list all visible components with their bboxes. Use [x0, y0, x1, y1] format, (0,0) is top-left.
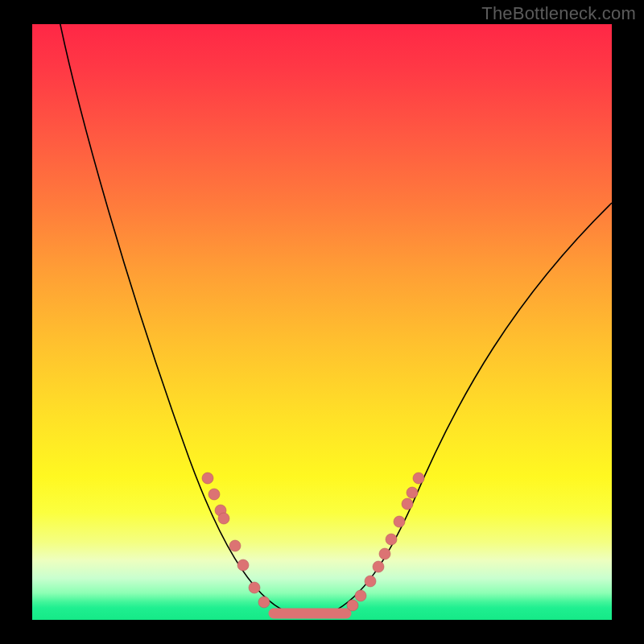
sample-dot — [229, 540, 241, 551]
sample-dot — [407, 487, 418, 498]
chart-frame: TheBottleneck.com — [0, 0, 644, 644]
sample-dot — [394, 516, 405, 527]
sample-dot — [413, 473, 424, 484]
sample-dot — [249, 582, 260, 593]
sample-dot — [237, 559, 249, 571]
sample-dot — [208, 489, 220, 500]
sample-dot — [258, 597, 270, 608]
dots-right-group — [347, 473, 424, 611]
sample-dot — [373, 561, 384, 572]
sample-dot — [218, 513, 229, 524]
sample-dot — [202, 473, 213, 484]
sample-dot — [402, 498, 413, 510]
curve-left-leg — [60, 24, 288, 613]
sample-dot — [347, 600, 358, 611]
sample-dot — [355, 590, 366, 601]
sample-dot — [386, 534, 397, 545]
sample-dot — [365, 576, 376, 587]
plot-area — [32, 24, 612, 620]
chart-svg — [32, 24, 612, 620]
sample-dot — [379, 548, 390, 559]
dots-left-group — [202, 473, 270, 608]
curve-right-leg — [332, 203, 612, 613]
watermark-text: TheBottleneck.com — [481, 3, 636, 24]
